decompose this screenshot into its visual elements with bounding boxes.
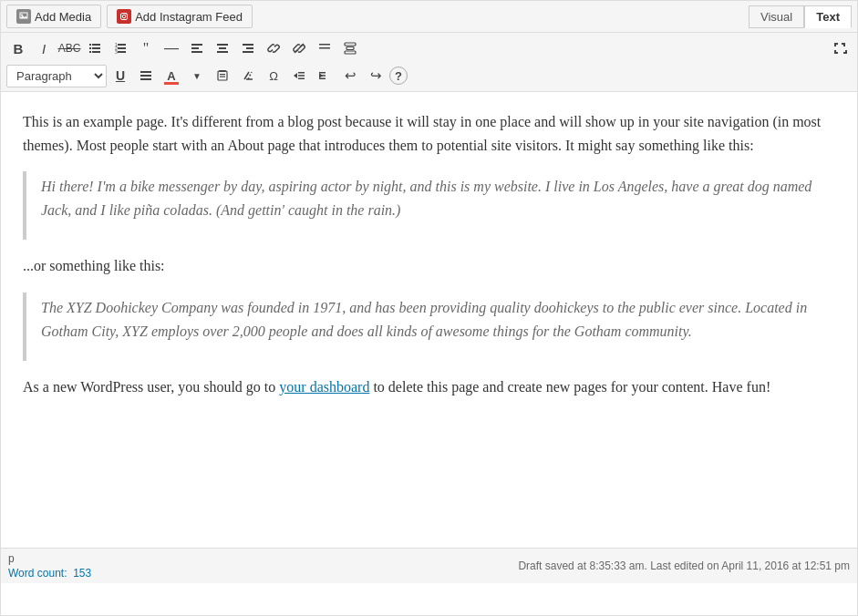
svg-rect-47 <box>319 78 326 80</box>
justify-button[interactable] <box>134 64 158 87</box>
top-bar: Add Media Add Instagram Feed Visual Text <box>1 1 857 33</box>
svg-marker-40 <box>294 73 297 78</box>
svg-rect-15 <box>118 47 126 49</box>
editor-wrapper: Add Media Add Instagram Feed Visual Text… <box>0 0 858 616</box>
svg-text:3: 3 <box>115 49 118 55</box>
instagram-icon <box>117 9 131 24</box>
svg-rect-25 <box>246 47 253 49</box>
remove-link-button[interactable] <box>287 36 311 60</box>
svg-rect-37 <box>218 71 227 80</box>
svg-rect-41 <box>298 72 305 74</box>
tab-text[interactable]: Text <box>804 5 852 28</box>
special-char-button[interactable]: Ω <box>262 64 285 87</box>
svg-rect-34 <box>140 75 151 77</box>
toggle-toolbar-button[interactable] <box>338 36 362 60</box>
unordered-list-button[interactable] <box>83 36 107 60</box>
horizontal-rule-button[interactable]: — <box>160 36 183 60</box>
text-color-button[interactable]: A <box>160 64 183 87</box>
content-quote-2: The XYZ Doohickey Company was founded in… <box>23 293 835 361</box>
toolbar: B I ABC 123 " — <box>1 33 857 92</box>
svg-rect-21 <box>217 44 228 46</box>
clear-formatting-button[interactable] <box>236 64 260 87</box>
svg-rect-31 <box>345 51 356 54</box>
svg-marker-2 <box>20 15 27 18</box>
svg-rect-45 <box>319 72 326 74</box>
help-button[interactable]: ? <box>389 67 408 85</box>
status-bar: p Word count: 153 Draft saved at 8:35:33… <box>1 548 857 583</box>
content-paragraph-1: This is an example page. It's different … <box>23 110 835 157</box>
strikethrough-button[interactable]: ABC <box>57 36 81 60</box>
svg-rect-39 <box>220 77 225 77</box>
indent-decrease-button[interactable] <box>287 64 311 87</box>
underline-button[interactable]: U <box>109 64 132 87</box>
content-paragraph-3: As a new WordPress user, you should go t… <box>23 375 835 399</box>
svg-rect-35 <box>140 78 151 80</box>
top-bar-left: Add Media Add Instagram Feed <box>6 5 253 28</box>
color-picker-toggle[interactable]: ▼ <box>185 64 209 87</box>
fullscreen-button[interactable] <box>828 36 852 60</box>
paragraph3-before-link: As a new WordPress user, you should go t… <box>23 379 279 395</box>
paste-as-text-button[interactable] <box>211 64 234 87</box>
media-icon <box>16 9 31 24</box>
svg-rect-26 <box>243 51 253 53</box>
svg-rect-24 <box>243 44 253 46</box>
svg-rect-38 <box>220 74 225 75</box>
editor-content[interactable]: This is an example page. It's different … <box>1 92 857 548</box>
add-media-button[interactable]: Add Media <box>6 5 101 28</box>
word-count: Word count: 153 <box>8 567 91 580</box>
tab-visual[interactable]: Visual <box>749 5 804 28</box>
draft-status: Draft saved at 8:35:33 am. Last edited o… <box>518 560 850 572</box>
svg-rect-19 <box>191 47 199 49</box>
word-count-label: Word count: <box>8 567 67 580</box>
word-count-value: 153 <box>73 567 91 580</box>
svg-rect-17 <box>118 51 126 53</box>
svg-rect-42 <box>298 75 305 77</box>
svg-rect-28 <box>319 47 330 49</box>
italic-button[interactable]: I <box>32 36 56 60</box>
svg-rect-43 <box>298 78 305 80</box>
svg-rect-23 <box>217 51 228 53</box>
insert-link-button[interactable] <box>262 36 285 60</box>
indent-increase-button[interactable] <box>313 64 336 87</box>
align-left-button[interactable] <box>185 36 209 60</box>
svg-point-1 <box>21 15 23 16</box>
toolbar-row-1: B I ABC 123 " — <box>6 36 852 60</box>
dashboard-link[interactable]: your dashboard <box>279 379 369 395</box>
svg-rect-13 <box>118 44 126 46</box>
content-paragraph-2: ...or something like this: <box>23 254 835 278</box>
svg-rect-32 <box>346 47 354 50</box>
svg-rect-11 <box>92 51 100 53</box>
svg-rect-20 <box>191 51 202 53</box>
add-media-label: Add Media <box>35 10 91 24</box>
svg-rect-10 <box>89 51 91 53</box>
svg-rect-8 <box>89 47 91 49</box>
svg-rect-6 <box>89 44 91 46</box>
paragraph3-after-link: to delete this page and create new pages… <box>369 379 770 395</box>
insert-more-button[interactable] <box>313 36 336 60</box>
redo-button[interactable]: ↪ <box>364 64 388 87</box>
bold-button[interactable]: B <box>6 36 30 60</box>
svg-rect-30 <box>345 43 356 46</box>
svg-rect-29 <box>319 44 330 46</box>
align-center-button[interactable] <box>211 36 234 60</box>
view-tabs: Visual Text <box>749 5 852 28</box>
path-indicator: p <box>8 552 91 565</box>
status-bar-left: p Word count: 153 <box>8 552 91 580</box>
toolbar-row-2: Paragraph Heading 1 Heading 2 Heading 3 … <box>6 64 852 87</box>
align-right-button[interactable] <box>236 36 260 60</box>
blockquote-button[interactable]: " <box>134 36 158 60</box>
ordered-list-button[interactable]: 123 <box>109 36 132 60</box>
svg-rect-9 <box>92 47 100 49</box>
svg-point-4 <box>122 15 126 18</box>
content-quote-1: Hi there! I'm a bike messenger by day, a… <box>23 171 835 240</box>
svg-rect-7 <box>92 44 100 46</box>
svg-rect-22 <box>219 47 226 49</box>
svg-rect-33 <box>140 71 151 73</box>
undo-button[interactable]: ↩ <box>338 64 362 87</box>
add-instagram-label: Add Instagram Feed <box>135 10 243 24</box>
add-instagram-button[interactable]: Add Instagram Feed <box>107 5 253 28</box>
svg-rect-46 <box>319 75 326 77</box>
format-select[interactable]: Paragraph Heading 1 Heading 2 Heading 3 … <box>6 65 107 87</box>
svg-point-5 <box>126 14 127 15</box>
svg-rect-18 <box>191 44 202 46</box>
